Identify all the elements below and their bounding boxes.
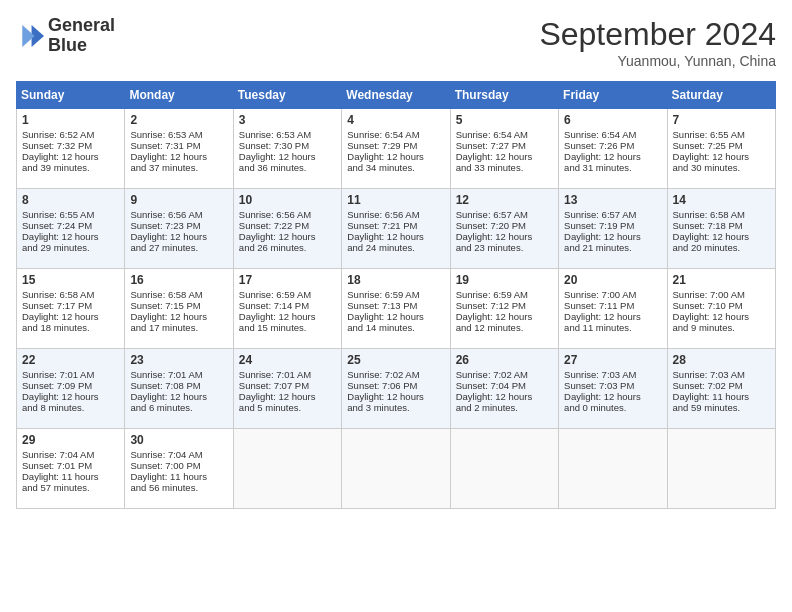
calendar-week-row: 29Sunrise: 7:04 AMSunset: 7:01 PMDayligh… (17, 429, 776, 509)
daylight-mins: and 39 minutes. (22, 162, 90, 173)
calendar-cell: 4Sunrise: 6:54 AMSunset: 7:29 PMDaylight… (342, 109, 450, 189)
daylight-mins: and 33 minutes. (456, 162, 524, 173)
daylight-mins: and 26 minutes. (239, 242, 307, 253)
calendar-cell (342, 429, 450, 509)
day-number: 26 (456, 353, 553, 367)
day-of-week-header: Tuesday (233, 82, 341, 109)
day-number: 4 (347, 113, 444, 127)
month-title: September 2024 (539, 16, 776, 53)
calendar-cell: 3Sunrise: 6:53 AMSunset: 7:30 PMDaylight… (233, 109, 341, 189)
day-number: 13 (564, 193, 661, 207)
calendar-cell: 18Sunrise: 6:59 AMSunset: 7:13 PMDayligh… (342, 269, 450, 349)
daylight-label: Daylight: 12 hours (130, 151, 207, 162)
sunset: Sunset: 7:03 PM (564, 380, 634, 391)
day-number: 22 (22, 353, 119, 367)
sunrise: Sunrise: 6:57 AM (456, 209, 528, 220)
daylight-label: Daylight: 12 hours (130, 391, 207, 402)
daylight-mins: and 21 minutes. (564, 242, 632, 253)
day-number: 23 (130, 353, 227, 367)
daylight-label: Daylight: 12 hours (456, 231, 533, 242)
day-of-week-header: Thursday (450, 82, 558, 109)
day-of-week-header: Wednesday (342, 82, 450, 109)
day-number: 18 (347, 273, 444, 287)
location: Yuanmou, Yunnan, China (539, 53, 776, 69)
daylight-label: Daylight: 12 hours (673, 311, 750, 322)
sunset: Sunset: 7:10 PM (673, 300, 743, 311)
daylight-label: Daylight: 12 hours (564, 151, 641, 162)
daylight-label: Daylight: 12 hours (239, 231, 316, 242)
calendar-cell: 6Sunrise: 6:54 AMSunset: 7:26 PMDaylight… (559, 109, 667, 189)
logo: General Blue (16, 16, 115, 56)
calendar-week-row: 15Sunrise: 6:58 AMSunset: 7:17 PMDayligh… (17, 269, 776, 349)
calendar-cell (233, 429, 341, 509)
calendar-cell: 24Sunrise: 7:01 AMSunset: 7:07 PMDayligh… (233, 349, 341, 429)
sunset: Sunset: 7:24 PM (22, 220, 92, 231)
day-number: 20 (564, 273, 661, 287)
calendar-cell (559, 429, 667, 509)
daylight-mins: and 23 minutes. (456, 242, 524, 253)
day-number: 17 (239, 273, 336, 287)
sunset: Sunset: 7:22 PM (239, 220, 309, 231)
calendar-cell: 30Sunrise: 7:04 AMSunset: 7:00 PMDayligh… (125, 429, 233, 509)
sunrise: Sunrise: 6:56 AM (130, 209, 202, 220)
daylight-label: Daylight: 12 hours (564, 231, 641, 242)
sunset: Sunset: 7:13 PM (347, 300, 417, 311)
sunset: Sunset: 7:30 PM (239, 140, 309, 151)
daylight-mins: and 37 minutes. (130, 162, 198, 173)
sunrise: Sunrise: 6:55 AM (22, 209, 94, 220)
daylight-label: Daylight: 12 hours (130, 311, 207, 322)
page-header: General Blue September 2024 Yuanmou, Yun… (16, 16, 776, 69)
calendar-cell: 13Sunrise: 6:57 AMSunset: 7:19 PMDayligh… (559, 189, 667, 269)
daylight-label: Daylight: 12 hours (22, 231, 99, 242)
daylight-mins: and 18 minutes. (22, 322, 90, 333)
sunset: Sunset: 7:20 PM (456, 220, 526, 231)
day-number: 2 (130, 113, 227, 127)
daylight-mins: and 56 minutes. (130, 482, 198, 493)
sunrise: Sunrise: 6:58 AM (673, 209, 745, 220)
sunrise: Sunrise: 6:52 AM (22, 129, 94, 140)
daylight-mins: and 29 minutes. (22, 242, 90, 253)
sunset: Sunset: 7:21 PM (347, 220, 417, 231)
sunrise: Sunrise: 7:04 AM (22, 449, 94, 460)
daylight-mins: and 31 minutes. (564, 162, 632, 173)
daylight-label: Daylight: 12 hours (347, 151, 424, 162)
daylight-mins: and 15 minutes. (239, 322, 307, 333)
sunrise: Sunrise: 6:58 AM (22, 289, 94, 300)
daylight-label: Daylight: 12 hours (22, 391, 99, 402)
daylight-label: Daylight: 12 hours (456, 151, 533, 162)
calendar-cell (667, 429, 775, 509)
day-number: 8 (22, 193, 119, 207)
day-number: 27 (564, 353, 661, 367)
daylight-mins: and 27 minutes. (130, 242, 198, 253)
calendar-cell: 2Sunrise: 6:53 AMSunset: 7:31 PMDaylight… (125, 109, 233, 189)
sunrise: Sunrise: 7:04 AM (130, 449, 202, 460)
daylight-label: Daylight: 12 hours (22, 311, 99, 322)
day-number: 14 (673, 193, 770, 207)
day-number: 19 (456, 273, 553, 287)
sunrise: Sunrise: 6:54 AM (456, 129, 528, 140)
calendar-week-row: 8Sunrise: 6:55 AMSunset: 7:24 PMDaylight… (17, 189, 776, 269)
calendar-cell: 25Sunrise: 7:02 AMSunset: 7:06 PMDayligh… (342, 349, 450, 429)
sunrise: Sunrise: 6:59 AM (456, 289, 528, 300)
sunrise: Sunrise: 6:57 AM (564, 209, 636, 220)
day-number: 10 (239, 193, 336, 207)
sunrise: Sunrise: 7:02 AM (347, 369, 419, 380)
sunset: Sunset: 7:01 PM (22, 460, 92, 471)
day-number: 1 (22, 113, 119, 127)
daylight-label: Daylight: 12 hours (22, 151, 99, 162)
daylight-mins: and 9 minutes. (673, 322, 735, 333)
calendar-cell: 21Sunrise: 7:00 AMSunset: 7:10 PMDayligh… (667, 269, 775, 349)
day-of-week-header: Saturday (667, 82, 775, 109)
daylight-label: Daylight: 12 hours (347, 311, 424, 322)
daylight-mins: and 57 minutes. (22, 482, 90, 493)
title-block: September 2024 Yuanmou, Yunnan, China (539, 16, 776, 69)
calendar-cell: 16Sunrise: 6:58 AMSunset: 7:15 PMDayligh… (125, 269, 233, 349)
calendar-cell: 29Sunrise: 7:04 AMSunset: 7:01 PMDayligh… (17, 429, 125, 509)
sunrise: Sunrise: 7:01 AM (22, 369, 94, 380)
day-number: 29 (22, 433, 119, 447)
sunset: Sunset: 7:23 PM (130, 220, 200, 231)
calendar-cell: 12Sunrise: 6:57 AMSunset: 7:20 PMDayligh… (450, 189, 558, 269)
sunrise: Sunrise: 7:01 AM (239, 369, 311, 380)
daylight-label: Daylight: 12 hours (347, 391, 424, 402)
logo-text: General Blue (48, 16, 115, 56)
